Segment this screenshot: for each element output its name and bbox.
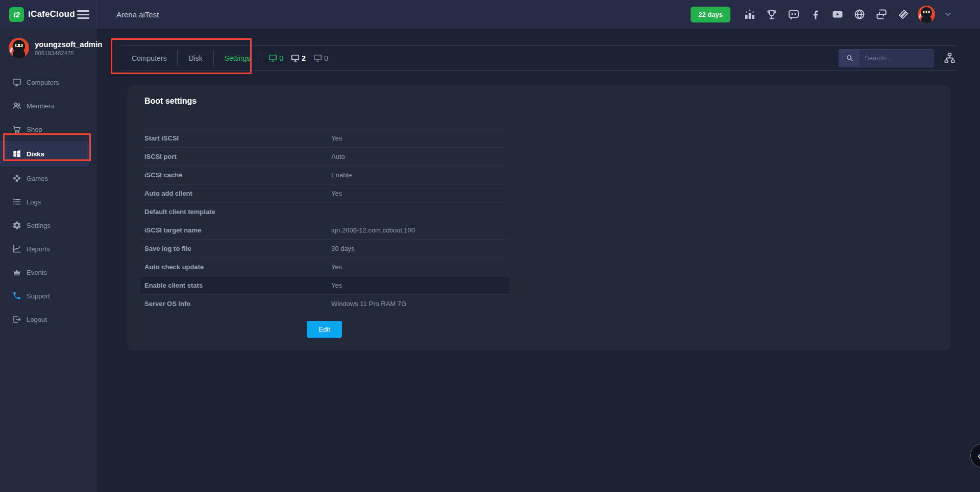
settings-row: Default client template [140,203,509,221]
sidebar-item-settings[interactable]: Settings [0,214,97,237]
sidebar-item-logs[interactable]: Logs [0,190,97,214]
setting-label: Start iSCSI [144,134,331,142]
sidebar-item-shop[interactable]: Shop [0,118,97,141]
sidebar-item-disks[interactable]: Disks [0,141,90,167]
sidebar-item-label: Games [27,175,48,182]
sidebar-item-label: Logs [27,198,41,206]
logout-icon [12,315,21,324]
app-logo-icon[interactable]: i2 [9,7,24,22]
client-counter-online: 0 [268,54,283,62]
sitemap-icon[interactable] [944,52,955,64]
counter-value: 2 [302,54,306,62]
sidebar-item-label: Support [27,292,50,300]
page-title: Arena aiTest [116,10,159,19]
sidebar-item-label: Settings [27,222,51,229]
sidebar-item-computers[interactable]: Computers [0,71,97,94]
sidebar-item-label: Members [27,102,54,110]
sidebar-item-events[interactable]: Events [0,261,97,284]
setting-label: iSCSI cache [144,171,331,179]
setting-label: iSCSI port [144,153,331,160]
search-box [839,49,934,67]
chevron-left-icon: ‹ [977,450,980,462]
topbar: i2 iCafeCloud Arena aiTest 22 days [0,0,980,29]
setting-label: Auto check update [144,263,331,271]
tab-computers[interactable]: Computers [121,45,177,71]
settings-row: iSCSI portAuto [140,148,509,166]
sidebar: youngzsoft_admin 005193482475 ComputersM… [0,29,97,492]
crown-icon [12,268,21,277]
phone-icon [12,291,21,300]
icafecloud-mark-icon[interactable] [875,8,888,20]
sidebar-item-label: Disks [27,150,44,158]
settings-row: iSCSI cacheEnable [140,166,509,184]
chart-icon [12,244,21,253]
counter-value: 0 [279,54,283,62]
youtube-icon[interactable] [831,8,844,20]
ranking-icon[interactable] [744,8,756,20]
settings-row: Save log to file30 days [140,240,509,258]
search-input[interactable] [860,54,933,62]
setting-label: Save log to file [144,245,331,252]
settings-table: Start iSCSIYesiSCSI portAutoiSCSI cacheE… [140,129,509,313]
sidebar-item-label: Reports [27,245,50,253]
menu-toggle-icon[interactable] [77,10,89,19]
settings-row: iSCSI target nameiqn.2008-12.com.ccboot.… [140,221,509,240]
facebook-icon[interactable] [810,8,822,20]
setting-value: 30 days [331,245,355,252]
setting-label: Enable client stats [144,282,331,289]
discord-icon[interactable] [788,8,800,20]
setting-label: Server OS info [144,300,331,308]
license-days-badge[interactable]: 22 days [691,7,730,22]
monitor-icon [268,54,277,62]
globe-icon[interactable] [853,8,866,20]
layers-icon[interactable] [897,8,910,20]
edit-button[interactable]: Edit [307,321,342,338]
counter-value: 0 [324,54,328,62]
users-icon [12,101,21,110]
setting-value: Yes [331,190,342,197]
collapse-handle[interactable]: ‹ [970,443,980,468]
cart-icon [12,125,21,134]
setting-value: Windows 11 Pro RAM 7G [331,300,406,308]
setting-value: Yes [331,282,342,289]
user-avatar-menu[interactable] [918,6,935,23]
monitor-icon [291,54,300,62]
list-icon [12,197,21,206]
setting-value: Enable [331,171,352,179]
tab-settings[interactable]: Settings [214,45,261,71]
chevron-down-icon[interactable] [943,10,952,19]
user-name: youngzsoft_admin [35,40,103,49]
sidebar-item-support[interactable]: Support [0,284,97,308]
settings-row: Server OS infoWindows 11 Pro RAM 7G [140,295,509,313]
sidebar-item-logout[interactable]: Logout [0,308,97,331]
sidebar-item-label: Events [27,269,47,276]
panel-title: Boot settings [144,97,197,106]
setting-label: iSCSI target name [144,226,331,234]
monitor-icon [313,54,322,62]
windows-icon [12,149,21,158]
tab-disk[interactable]: Disk [178,45,213,71]
client-counters: 020 [268,54,328,62]
toolbar-right [839,49,957,67]
sidebar-item-games[interactable]: Games [0,167,97,190]
sidebar-item-label: Shop [27,126,42,133]
setting-value: Yes [331,134,342,142]
sidebar-menu: ComputersMembersShopDisksGamesLogsSettin… [0,71,97,331]
settings-row: Start iSCSIYes [140,129,509,148]
sidebar-item-reports[interactable]: Reports [0,237,97,261]
avatar [9,38,29,58]
setting-value: Auto [331,153,345,160]
setting-value: iqn.2008-12.com.ccboot.100 [331,226,415,234]
monitor-icon [12,78,21,87]
topbar-actions: 22 days [691,6,980,23]
tab-separator [261,50,261,66]
settings-row: Auto check updateYes [140,258,509,276]
app-name: iCafeCloud [28,9,75,19]
setting-value: Yes [331,263,342,271]
trophy-icon[interactable] [766,8,778,20]
user-info: youngzsoft_admin 005193482475 [0,29,97,62]
gear-icon [12,221,21,230]
search-icon[interactable] [839,50,860,67]
setting-label: Default client template [144,208,331,216]
sidebar-item-members[interactable]: Members [0,94,97,118]
